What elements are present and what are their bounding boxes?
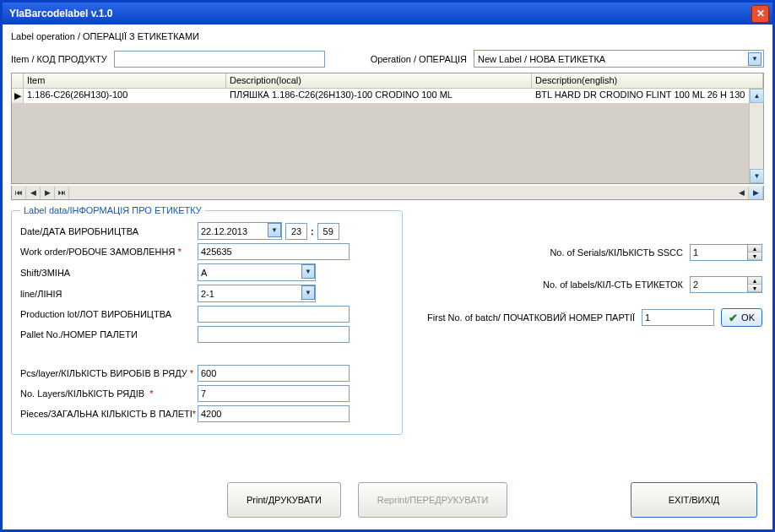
labels-spinner[interactable]: ▲▼ <box>690 276 762 293</box>
pcs-layer-input[interactable] <box>198 365 350 382</box>
line-label: line/ЛІНІЯ <box>20 289 198 299</box>
required-icon: * <box>190 368 193 378</box>
date-select[interactable]: 22.12.2013 ▼ <box>198 222 282 240</box>
right-column: No. of Serials/КІЛЬКІСТЬ SSCC ▲▼ No. of … <box>425 244 762 342</box>
spin-up-icon[interactable]: ▲ <box>748 245 761 252</box>
nav-first-icon[interactable]: ⏮ <box>12 187 26 199</box>
grid-navigator: ⏮ ◀ ▶ ⏭ ◀ ▶ <box>11 186 764 200</box>
hour-input[interactable] <box>285 223 307 240</box>
date-label: Date/ДАТА ВИРОБНИЦТВА <box>20 226 198 236</box>
shift-select[interactable]: A ▼ <box>198 263 316 281</box>
scroll-up-icon[interactable]: ▲ <box>750 89 764 103</box>
first-batch-label: First No. of batch/ ПОЧАТКОВИЙ НОМЕР ПАР… <box>427 312 635 323</box>
labels-input[interactable] <box>691 277 747 292</box>
app-window: YlaBarcodelabel v.1.0 ✕ Label operation … <box>0 0 775 532</box>
pieces-input[interactable] <box>198 405 350 422</box>
spin-down-icon[interactable]: ▼ <box>748 252 761 260</box>
nav-next-icon[interactable]: ▶ <box>41 187 55 199</box>
serials-spinner[interactable]: ▲▼ <box>690 244 762 261</box>
serials-input[interactable] <box>691 245 747 260</box>
window-title: YlaBarcodelabel v.1.0 <box>9 8 113 19</box>
grid-header: Item Description(local) Description(engl… <box>12 73 763 89</box>
pieces-label: Pieces/ЗАГАЛЬНА КІЛЬКІСТЬ В ПАЛЕТІ <box>20 409 192 419</box>
scroll-down-icon[interactable]: ▼ <box>750 169 764 183</box>
pallet-no-label: Pallet No./НОМЕР ПАЛЕТИ <box>20 329 198 339</box>
no-layers-input[interactable] <box>198 385 350 402</box>
item-label: Item / КОД ПРОДУКТУ <box>11 54 107 64</box>
spinner-buttons[interactable]: ▲▼ <box>747 277 761 292</box>
cell-item: 1.186-C26(26H130)-100 <box>24 89 226 103</box>
titlebar: YlaBarcodelabel v.1.0 ✕ <box>3 3 772 24</box>
labels-count-label: No. of labels/КІЛ-СТЬ ЕТИКЕТОК <box>543 280 683 290</box>
label-data-fieldset: Label data/ІНФОРМАЦІЯ ПРО ЕТИКЕТКУ Date/… <box>11 205 403 435</box>
no-layers-label: No. Layers/КІЛЬКІСТЬ РЯДІВ <box>20 388 144 399</box>
scroll-left-icon[interactable]: ◀ <box>734 187 749 199</box>
check-icon: ✔ <box>729 312 738 324</box>
required-icon: * <box>149 388 153 399</box>
minute-input[interactable] <box>317 223 339 240</box>
pcs-layer-label: Pcs/layer/КІЛЬКІСТЬ ВИРОБІВ В РЯДУ <box>20 368 187 378</box>
grid-row-selector-header <box>12 73 24 88</box>
spinner-buttons[interactable]: ▲▼ <box>747 245 761 260</box>
close-icon: ✕ <box>756 8 765 19</box>
ok-button[interactable]: ✔ OK <box>721 308 762 327</box>
required-icon: * <box>177 247 181 257</box>
required-icon: * <box>192 409 196 419</box>
operation-value: New Label / НОВА ЕТИКЕТКА <box>478 54 605 64</box>
first-batch-input[interactable] <box>642 309 714 326</box>
fieldset-legend: Label data/ІНФОРМАЦІЯ ПРО ЕТИКЕТКУ <box>20 205 205 215</box>
pallet-no-input[interactable] <box>198 326 350 343</box>
operation-select[interactable]: New Label / НОВА ЕТИКЕТКА ▼ <box>474 50 764 68</box>
prod-lot-label: Production lot/ЛОТ ВИРОБНИЦТВА <box>20 309 198 319</box>
cell-desc-local: ПЛЯШКА 1.186-C26(26H130)-100 CRODINO 100… <box>226 89 532 103</box>
chevron-down-icon: ▼ <box>301 264 315 279</box>
reprint-button[interactable]: Reprint/ПЕРЕДРУКУВАТИ <box>358 482 508 518</box>
work-order-label: Work order/РОБОЧЕ ЗАМОВЛЕННЯ <box>20 247 175 257</box>
bottom-button-bar: Print/ДРУКУВАТИ Reprint/ПЕРЕДРУКУВАТИ EX… <box>3 482 772 518</box>
grid-col-desc-local[interactable]: Description(local) <box>226 73 532 88</box>
shift-label: Shift/ЗМІНА <box>20 268 198 278</box>
chevron-down-icon: ▼ <box>301 285 315 300</box>
cell-desc-en: BTL HARD DR CRODINO FLINT 100 ML 26 H 13… <box>532 89 763 103</box>
content-area: Label operation / ОПЕРАЦІЇ З ЕТИКЕТКАМИ … <box>3 24 772 529</box>
grid-scrollbar-vertical[interactable]: ▲ ▼ <box>749 89 763 183</box>
chevron-down-icon: ▼ <box>268 223 281 237</box>
scroll-right-icon[interactable]: ▶ <box>749 187 763 199</box>
grid-row[interactable]: ▶ 1.186-C26(26H130)-100 ПЛЯШКА 1.186-C26… <box>12 89 763 103</box>
grid-body: ▶ 1.186-C26(26H130)-100 ПЛЯШКА 1.186-C26… <box>12 89 763 183</box>
spin-down-icon[interactable]: ▼ <box>748 285 761 292</box>
serials-label: No. of Serials/КІЛЬКІСТЬ SSCC <box>550 247 683 258</box>
ok-label: OK <box>741 312 755 323</box>
line-select[interactable]: 2-1 ▼ <box>198 285 316 302</box>
spin-up-icon[interactable]: ▲ <box>748 277 761 285</box>
chevron-down-icon: ▼ <box>748 52 761 66</box>
nav-prev-icon[interactable]: ◀ <box>26 187 41 199</box>
grid-col-item[interactable]: Item <box>24 73 226 88</box>
item-input[interactable] <box>114 51 325 68</box>
exit-button[interactable]: EXIT/ВИХІД <box>631 482 757 518</box>
print-button[interactable]: Print/ДРУКУВАТИ <box>227 482 341 518</box>
work-order-input[interactable] <box>198 243 350 260</box>
row-indicator-icon: ▶ <box>12 89 24 103</box>
grid-col-desc-en[interactable]: Description(english) <box>532 73 763 88</box>
close-button[interactable]: ✕ <box>751 5 769 23</box>
label-operation-text: Label operation / ОПЕРАЦІЇ З ЕТИКЕТКАМИ <box>11 31 764 41</box>
item-grid: Item Description(local) Description(engl… <box>11 73 764 184</box>
operation-label: Operation / ОПЕРАЦІЯ <box>371 54 467 64</box>
nav-last-icon[interactable]: ⏭ <box>55 187 69 199</box>
prod-lot-input[interactable] <box>198 306 350 323</box>
time-separator-icon: : <box>311 226 314 236</box>
